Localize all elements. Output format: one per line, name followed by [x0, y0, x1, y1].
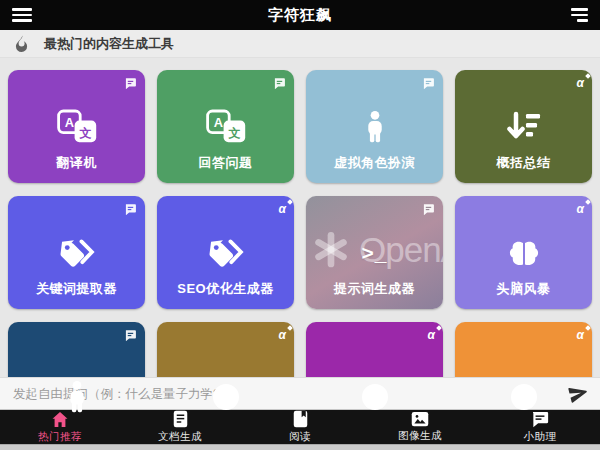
nav-item-label: 阅读 — [289, 430, 311, 444]
chat-bubble-icon — [273, 77, 286, 90]
menu-icon[interactable] — [12, 8, 32, 22]
tool-card[interactable]: 关键词提取器 — [8, 196, 145, 309]
tool-card-label: SEO优化生成器 — [177, 280, 273, 298]
nav-item-chat[interactable]: 小助理 — [480, 410, 600, 444]
free-question-input[interactable] — [11, 386, 560, 402]
alpha-sparkle-icon: α — [279, 203, 286, 215]
tool-card[interactable]: α 概括总结 — [455, 70, 592, 183]
alpha-sparkle-icon: α — [428, 329, 435, 341]
section-title: 最热门的内容生成工具 — [44, 35, 174, 53]
tag-icon — [58, 235, 96, 271]
tool-card[interactable]: A文 翻译机 — [8, 70, 145, 183]
nav-item-label: 热门推荐 — [38, 430, 82, 444]
person-icon — [64, 379, 90, 415]
chat-bubble-icon — [124, 203, 137, 216]
tool-card[interactable]: 虚拟角色扮演 — [306, 70, 443, 183]
nav-item-label: 图像生成 — [398, 429, 442, 443]
tool-card[interactable]: OpenAI >_ 提示词生成器 — [306, 196, 443, 309]
alpha-sparkle-icon: α — [577, 329, 584, 341]
tool-card-label: 关键词提取器 — [36, 280, 117, 298]
tool-card-label: 虚拟角色扮演 — [334, 154, 415, 172]
svg-text:文: 文 — [227, 126, 240, 140]
bottom-nav: 热门推荐 文档生成 阅读 图像生成 小助理 — [0, 410, 600, 444]
image-icon — [411, 411, 429, 427]
tool-card-label: 翻译机 — [56, 154, 97, 172]
nav-item-home[interactable]: 热门推荐 — [0, 410, 120, 444]
alpha-sparkle-icon: α — [577, 203, 584, 215]
send-icon[interactable] — [568, 383, 589, 404]
tool-card-label: 提示词生成器 — [334, 280, 415, 298]
chat-bubble-icon — [124, 329, 137, 342]
nav-item-book[interactable]: 阅读 — [240, 410, 360, 444]
document-icon — [173, 410, 188, 428]
nav-item-label: 文档生成 — [158, 430, 202, 444]
app-window: 字符狂飙 最热门的内容生成工具 A文 翻译机 A文 回答问题 虚拟角色扮演 α … — [0, 0, 600, 450]
nav-item-document[interactable]: 文档生成 — [120, 410, 240, 444]
nav-item-image[interactable]: 图像生成 — [360, 410, 480, 444]
section-header: 最热门的内容生成工具 — [0, 30, 600, 58]
person-icon — [362, 109, 388, 145]
nav-item-label: 小助理 — [524, 430, 557, 444]
dot-icon — [211, 379, 241, 415]
flame-icon — [14, 35, 29, 52]
terminal-icon: >_ — [362, 235, 388, 271]
alpha-sparkle-icon: α — [279, 329, 286, 341]
tool-card[interactable]: α 头脑风暴 — [455, 196, 592, 309]
tool-card[interactable]: A文 回答问题 — [157, 70, 294, 183]
tag-icon — [207, 235, 245, 271]
tool-card-label: 概括总结 — [497, 154, 551, 172]
svg-text:文: 文 — [78, 126, 91, 140]
menu-icon[interactable] — [568, 8, 588, 22]
alpha-sparkle-icon: α — [577, 77, 584, 89]
chat-bubble-icon — [422, 203, 435, 216]
tool-card[interactable]: α SEO优化生成器 — [157, 196, 294, 309]
tool-card-label: 回答问题 — [199, 154, 253, 172]
book-icon — [293, 410, 308, 428]
svg-text:A: A — [64, 115, 73, 130]
chat-bubble-icon — [124, 77, 137, 90]
app-title: 字符狂飙 — [0, 6, 600, 25]
summarize-icon — [506, 109, 542, 145]
chat-bubble-icon — [422, 77, 435, 90]
svg-text:A: A — [213, 115, 222, 130]
dot-icon — [360, 379, 390, 415]
brain-icon — [507, 235, 541, 271]
dot-icon — [509, 379, 539, 415]
home-indicator-strip — [0, 444, 600, 450]
tool-card-label: 头脑风暴 — [497, 280, 551, 298]
translate-icon: A文 — [206, 109, 246, 145]
top-bar: 字符狂飙 — [0, 0, 600, 30]
translate-icon: A文 — [57, 109, 97, 145]
